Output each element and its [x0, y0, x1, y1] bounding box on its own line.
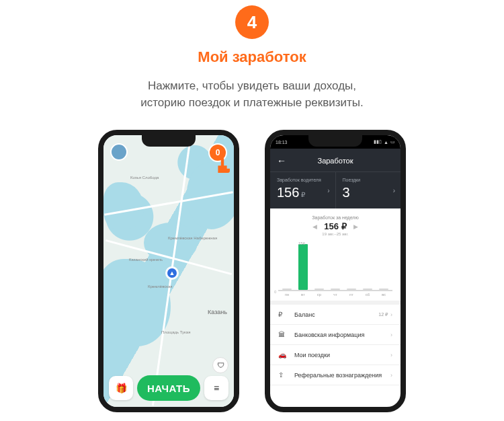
phone-earnings: 18:13 ▮▮▯ ▲ ▭ ← Заработок Заработок води… [265, 130, 406, 412]
chevron-right-icon: › [390, 372, 392, 379]
back-button[interactable]: ← [277, 155, 286, 166]
day-label: сб [363, 293, 372, 297]
list-item-bank-info[interactable]: 🏛 Банковская информация › [270, 325, 401, 345]
promotions-button[interactable]: 🎁 [109, 376, 133, 400]
car-icon: 🚗 [278, 351, 289, 358]
share-icon: ⇪ [278, 371, 289, 379]
chevron-right-icon: › [393, 187, 395, 194]
bar-value-label: 156 [298, 241, 305, 245]
day-label: чт [331, 293, 340, 297]
phone-notch [142, 135, 196, 147]
next-week-button[interactable]: ▶ [353, 223, 358, 230]
stat-label: Заработок водителя [277, 178, 329, 182]
chevron-right-icon: › [327, 187, 329, 194]
day-label: пн [282, 293, 292, 297]
map-label-kremlevskaya: Кремлёвская [148, 284, 173, 289]
phone-mockups-row: Козья Слобода Кремлёвская Набережная Каз… [13, 130, 491, 412]
step-number-badge: 4 [235, 5, 269, 39]
stat-label: Поездки [343, 178, 394, 182]
list-item-my-trips[interactable]: 🚗 Мои поездки › [270, 345, 401, 365]
balance-value: 12 ₽ [378, 312, 388, 317]
week-amount: 156 ₽ [324, 221, 346, 231]
signal-icon: ▮▮▯ [374, 139, 382, 145]
section-title: Мой заработок [13, 48, 491, 66]
prev-week-button[interactable]: ◀ [312, 223, 317, 230]
chevron-right-icon: › [390, 352, 392, 358]
desc-line-1: Нажмите, чтобы увидеть ваши доходы, [148, 79, 356, 92]
start-button[interactable]: НАЧАТЬ [137, 375, 200, 401]
section-description: Нажмите, чтобы увидеть ваши доходы, исто… [13, 78, 491, 111]
status-time: 18:13 [276, 140, 288, 145]
list-item-label: Банковская информация [294, 332, 364, 338]
week-date-range: 19 авг.–25 авг. [278, 232, 392, 236]
map-label-naberezh: Кремлёвская Набережная [168, 236, 217, 240]
list-item-label: Реферальные вознаграждения [294, 372, 382, 379]
page-title: Заработок [317, 157, 353, 165]
map-label-kozya: Козья Слобода [130, 176, 159, 180]
list-item-label: Мои поездки [294, 352, 330, 358]
day-label: вт [298, 293, 308, 297]
menu-icon: ≡ [214, 383, 219, 393]
ruble-icon: ₽ [301, 191, 305, 198]
menu-button[interactable]: ≡ [204, 376, 228, 400]
day-label: вс [379, 293, 388, 297]
stat-driver-earnings[interactable]: Заработок водителя 156 ₽ › [270, 172, 336, 208]
ruble-icon: ₽ [278, 311, 289, 318]
stat-value: 3 [343, 185, 350, 200]
map-label-kazan: Казань [208, 309, 227, 315]
weekly-earnings-section: Заработок за неделю ◀ 156 ₽ ▶ 19 авг.–25… [270, 208, 401, 240]
map-label-tukaya: Площадь Тукая [161, 330, 190, 334]
list-item-referral[interactable]: ⇪ Реферальные вознаграждения › [270, 365, 401, 385]
bottom-action-bar: 🎁 НАЧАТЬ ≡ [109, 375, 228, 401]
day-label: пт [347, 293, 356, 297]
list-item-label: Баланс [294, 311, 315, 318]
battery-icon: ▭ [390, 139, 395, 145]
weekly-bar-chart: 156 0 пн вт ср чт пт сб [270, 240, 401, 301]
phone-map: Козья Слобода Кремлёвская Набережная Каз… [98, 130, 239, 412]
gift-icon: 🎁 [116, 383, 127, 393]
week-label: Заработок за неделю [278, 215, 392, 220]
earnings-header: ← Заработок Заработок водителя 156 ₽ › П… [270, 149, 401, 208]
phone-notch [308, 135, 362, 147]
map-label-kremlin: Казанский кремль [129, 258, 163, 262]
stat-value: 156 [277, 185, 299, 200]
stat-trips[interactable]: Поездки 3 › [336, 172, 401, 208]
earnings-menu-list: ₽ Баланс 12 ₽ › 🏛 Банковская информация … [270, 301, 401, 385]
day-label: ср [314, 293, 324, 297]
bank-icon: 🏛 [278, 331, 289, 338]
desc-line-2: историю поездок и платежные реквизиты. [140, 96, 364, 109]
wifi-icon: ▲ [384, 140, 388, 145]
chevron-right-icon: › [390, 332, 392, 338]
x-axis-labels: пн вт ср чт пт сб вс [278, 291, 392, 297]
list-item-balance[interactable]: ₽ Баланс 12 ₽ › [270, 305, 401, 325]
y-axis-zero: 0 [274, 290, 276, 294]
chevron-right-icon: › [390, 311, 392, 318]
